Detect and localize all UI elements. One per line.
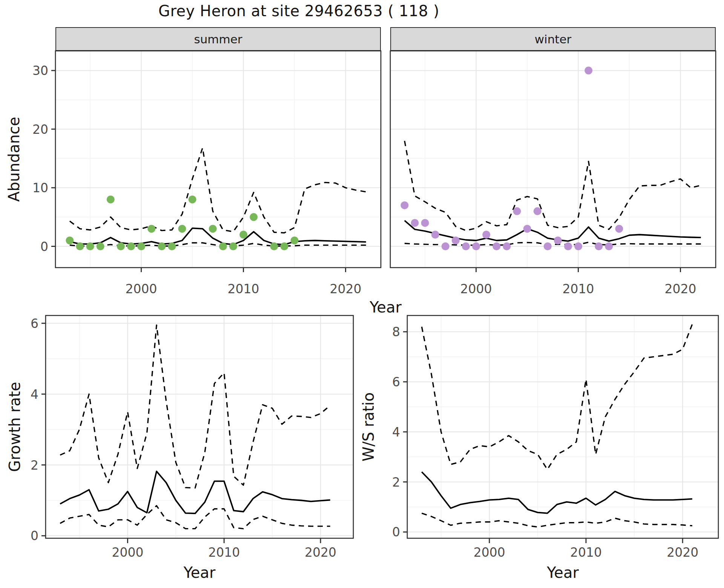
abundance-winter-observed-count [523, 225, 531, 233]
ws-ratio-y-tick-label: 6 [392, 375, 400, 389]
abundance-summer-observed-count [209, 225, 217, 233]
abundance-winter-observed-count [615, 225, 623, 233]
ws-ratio-x-tick-label: 2010 [570, 545, 602, 560]
growth-rate-y-tick-label: 4 [31, 387, 38, 402]
abundance-winter-observed-count [605, 242, 613, 250]
abundance-summer-observed-count [107, 196, 115, 204]
abundance-winter-observed-count [421, 219, 429, 227]
ws-ratio-panel: 20002010202002468 [392, 315, 718, 560]
growth-rate-y-tick-label: 0 [31, 528, 38, 543]
growth-rate-x-tick-label: 2020 [305, 545, 336, 560]
abundance-winter-observed-count [452, 237, 460, 245]
abundance-summer-observed-count [168, 242, 176, 250]
abundance-winter-observed-count [564, 242, 572, 250]
abundance-winter-observed-count [431, 231, 439, 239]
abundance-summer-observed-count [147, 225, 155, 233]
abundance-summer-x-tick-label: 2020 [330, 282, 362, 296]
abundance-summer-observed-count [219, 242, 227, 250]
abundance-winter-observed-count [544, 242, 552, 250]
abundance-winter-x-tick-label: 2010 [563, 282, 594, 296]
abundance-summer-observed-count [158, 242, 166, 250]
abundance-winter-x-tick-label: 2020 [665, 282, 696, 296]
abundance-winter-observed-count [442, 242, 449, 250]
facet-strip-winter-label: winter [535, 32, 572, 46]
abundance-summer-x-tick-label: 2000 [126, 282, 157, 296]
abundance-summer-observed-count [117, 242, 125, 250]
abundance-summer-observed-count [280, 242, 288, 250]
abundance-winter-x-tick-label: 2000 [460, 282, 492, 296]
abundance-winter-observed-count [584, 67, 592, 75]
abundance-summer-observed-count [239, 231, 247, 239]
abundance-summer-observed-count [291, 237, 299, 245]
facet-strip-summer: summer [55, 27, 381, 51]
abundance-summer-observed-count [178, 225, 186, 233]
abundance-winter-observed-count [574, 242, 582, 250]
x-axis-title-bottom-left: Year [46, 564, 353, 581]
abundance-summer-observed-count [189, 196, 196, 204]
y-axis-title-abundance: Abundance [5, 51, 23, 268]
abundance-winter-observed-count [595, 242, 603, 250]
abundance-winter-observed-count [472, 242, 480, 250]
abundance-summer-observed-count [229, 242, 237, 250]
abundance-summer-observed-count [86, 242, 94, 250]
abundance-summer-panel: 2000201020200102030 [32, 51, 381, 296]
abundance-summer-observed-count [137, 242, 145, 250]
abundance-summer-observed-count [127, 242, 135, 250]
y-axis-title-ws-ratio: W/S ratio [360, 315, 377, 538]
ws-ratio-x-tick-label: 2000 [474, 545, 505, 560]
abundance-winter-panel: 200020102020 [390, 51, 716, 296]
abundance-summer-y-tick-label: 20 [32, 122, 48, 137]
abundance-winter-observed-count [503, 242, 511, 250]
abundance-summer-y-tick-label: 30 [32, 63, 48, 78]
ws-ratio-y-tick-label: 0 [392, 525, 400, 539]
abundance-winter-observed-count [513, 207, 521, 215]
abundance-summer-observed-count [97, 242, 104, 250]
abundance-winter-observed-count [400, 201, 408, 209]
growth-rate-y-tick-label: 6 [31, 316, 38, 331]
ws-ratio-y-tick-label: 2 [392, 475, 400, 490]
facet-strip-winter: winter [390, 27, 716, 51]
abundance-winter-observed-count [411, 219, 419, 227]
growth-rate-panel: 2000201020200246 [31, 315, 353, 560]
abundance-summer-observed-count [76, 242, 84, 250]
abundance-winter-observed-count [462, 242, 470, 250]
abundance-winter-observed-count [534, 207, 541, 215]
ws-ratio-y-tick-label: 8 [392, 325, 400, 339]
abundance-summer-x-tick-label: 2010 [228, 282, 259, 296]
abundance-summer-y-tick-label: 10 [32, 181, 48, 195]
growth-rate-x-tick-label: 2000 [112, 545, 143, 560]
y-axis-title-growth-rate: Growth rate [6, 315, 23, 538]
x-axis-title-top: Year [55, 299, 716, 316]
growth-rate-y-tick-label: 2 [31, 458, 38, 473]
x-axis-title-bottom-right: Year [407, 564, 718, 581]
facet-strip-summer-label: summer [194, 32, 242, 46]
abundance-winter-observed-count [482, 231, 490, 239]
abundance-winter-observed-count [554, 237, 562, 245]
ws-ratio-x-tick-label: 2020 [667, 545, 698, 560]
abundance-summer-observed-count [66, 237, 74, 245]
abundance-summer-observed-count [250, 213, 258, 221]
abundance-winter-observed-count [492, 242, 500, 250]
abundance-summer-y-tick-label: 0 [40, 239, 48, 254]
growth-rate-x-tick-label: 2010 [208, 545, 240, 560]
ws-ratio-y-tick-label: 4 [392, 425, 400, 439]
abundance-summer-observed-count [270, 242, 278, 250]
